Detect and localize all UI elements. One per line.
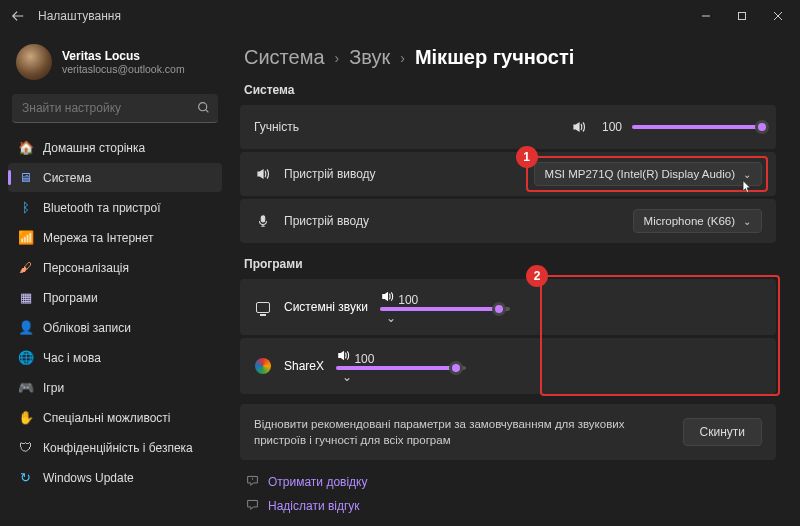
- app-volume-value: 100: [354, 352, 374, 366]
- nav-icon: 🖥: [18, 170, 33, 185]
- nav-label: Bluetooth та пристрої: [43, 201, 160, 215]
- breadcrumb-system[interactable]: Система: [244, 46, 325, 69]
- chevron-down-icon[interactable]: ⌄: [386, 311, 396, 325]
- nav-label: Мережа та Інтернет: [43, 231, 154, 245]
- input-label: Пристрій вводу: [284, 214, 369, 228]
- sidebar-item[interactable]: ↻Windows Update: [8, 463, 222, 492]
- feedback-link[interactable]: Надіслати відгук: [246, 498, 776, 514]
- sidebar-item[interactable]: 🏠Домашня сторінка: [8, 133, 222, 162]
- svg-rect-0: [739, 13, 746, 20]
- window-title: Налаштування: [38, 9, 121, 23]
- profile-name: Veritas Locus: [62, 49, 185, 63]
- nav-icon: 👤: [18, 320, 33, 335]
- help-link[interactable]: Отримати довідку: [246, 474, 776, 490]
- app-name: ShareX: [284, 359, 324, 373]
- input-device-row: Пристрій вводу Microphone (K66) ⌄: [240, 199, 776, 243]
- nav-icon: 🛡: [18, 440, 33, 455]
- app-name: Системні звуки: [284, 300, 368, 314]
- section-system-title: Система: [244, 83, 776, 97]
- nav-label: Програми: [43, 291, 98, 305]
- chevron-down-icon: ⌄: [743, 216, 751, 227]
- input-device-value: Microphone (K66): [644, 215, 735, 227]
- help-links: Отримати довідку Надіслати відгук: [240, 474, 776, 514]
- chevron-right-icon: ›: [335, 50, 340, 66]
- sidebar-item[interactable]: 🛡Конфіденційність і безпека: [8, 433, 222, 462]
- speaker-icon[interactable]: [336, 352, 354, 366]
- minimize-button[interactable]: [688, 2, 724, 30]
- app-volume-row: ShareX 100 ⌄: [240, 338, 776, 394]
- nav-label: Конфіденційність і безпека: [43, 441, 193, 455]
- microphone-icon: [254, 214, 272, 228]
- sidebar-item[interactable]: ᛒBluetooth та пристрої: [8, 193, 222, 222]
- back-button[interactable]: [4, 2, 32, 30]
- app-volume-row: Системні звуки 100 ⌄: [240, 279, 776, 335]
- avatar: [16, 44, 52, 80]
- svg-rect-2: [261, 216, 265, 222]
- chevron-down-icon: ⌄: [743, 169, 751, 180]
- output-device-dropdown[interactable]: MSI MP271Q (Intel(R) Display Audio) ⌄: [534, 162, 762, 186]
- output-device-row: Пристрій виводу MSI MP271Q (Intel(R) Dis…: [240, 152, 776, 196]
- speaker-icon[interactable]: [380, 293, 398, 307]
- sidebar-item[interactable]: 🖌Персоналізація: [8, 253, 222, 282]
- nav-label: Спеціальні можливості: [43, 411, 171, 425]
- sidebar-item[interactable]: 📶Мережа та Інтернет: [8, 223, 222, 252]
- search-input[interactable]: [12, 94, 218, 123]
- app-volume-value: 100: [398, 293, 418, 307]
- volume-row: Гучність 100: [240, 105, 776, 149]
- nav-label: Облікові записи: [43, 321, 131, 335]
- reset-button[interactable]: Скинути: [683, 418, 762, 446]
- sidebar-item[interactable]: 🖥Система: [8, 163, 222, 192]
- app-volume-slider[interactable]: [336, 366, 466, 370]
- breadcrumb-sound[interactable]: Звук: [349, 46, 390, 69]
- volume-value: 100: [598, 120, 622, 134]
- titlebar: Налаштування: [0, 0, 800, 32]
- help-icon: [246, 474, 260, 490]
- sidebar: Veritas Locus veritaslocus@outlook.com 🏠…: [0, 32, 230, 526]
- maximize-button[interactable]: [724, 2, 760, 30]
- svg-point-1: [199, 102, 207, 110]
- sidebar-item[interactable]: ▦Програми: [8, 283, 222, 312]
- profile[interactable]: Veritas Locus veritaslocus@outlook.com: [8, 38, 222, 94]
- speaker-icon: [254, 166, 272, 182]
- nav-icon: ✋: [18, 410, 33, 425]
- sidebar-item[interactable]: ✋Спеціальні можливості: [8, 403, 222, 432]
- nav-label: Windows Update: [43, 471, 134, 485]
- close-button[interactable]: [760, 2, 796, 30]
- sharex-icon: [255, 358, 271, 374]
- nav-icon: ▦: [18, 290, 33, 305]
- nav-icon: ᛒ: [18, 200, 33, 215]
- nav: 🏠Домашня сторінка🖥СистемаᛒBluetooth та п…: [8, 133, 222, 492]
- feedback-icon: [246, 498, 260, 514]
- search-icon: [197, 101, 210, 117]
- sidebar-item[interactable]: 🌐Час і мова: [8, 343, 222, 372]
- monitor-icon: [256, 302, 270, 313]
- chevron-down-icon[interactable]: ⌄: [342, 370, 352, 384]
- nav-icon: 🖌: [18, 260, 33, 275]
- apps-list: 2 Системні звуки 100 ⌄ ShareX 100 ⌄: [240, 279, 776, 394]
- volume-label: Гучність: [254, 120, 299, 134]
- sidebar-item[interactable]: 👤Облікові записи: [8, 313, 222, 342]
- chevron-right-icon: ›: [400, 50, 405, 66]
- speaker-icon[interactable]: [570, 119, 588, 135]
- section-apps-title: Програми: [244, 257, 776, 271]
- nav-icon: 🌐: [18, 350, 33, 365]
- output-label: Пристрій виводу: [284, 167, 376, 181]
- app-volume-slider[interactable]: [380, 307, 510, 311]
- profile-email: veritaslocus@outlook.com: [62, 63, 185, 75]
- reset-card: Відновити рекомендовані параметри за зам…: [240, 404, 776, 460]
- nav-label: Час і мова: [43, 351, 101, 365]
- input-device-dropdown[interactable]: Microphone (K66) ⌄: [633, 209, 762, 233]
- nav-label: Домашня сторінка: [43, 141, 145, 155]
- main-content: Система › Звук › Мікшер гучності Система…: [230, 32, 800, 526]
- nav-label: Персоналізація: [43, 261, 129, 275]
- nav-icon: 🎮: [18, 380, 33, 395]
- volume-slider[interactable]: [632, 125, 762, 129]
- breadcrumb: Система › Звук › Мікшер гучності: [244, 46, 776, 69]
- sidebar-item[interactable]: 🎮Ігри: [8, 373, 222, 402]
- output-device-value: MSI MP271Q (Intel(R) Display Audio): [545, 168, 735, 180]
- page-title: Мікшер гучності: [415, 46, 574, 69]
- nav-label: Система: [43, 171, 91, 185]
- search-box[interactable]: [12, 94, 218, 123]
- nav-icon: 📶: [18, 230, 33, 245]
- reset-text: Відновити рекомендовані параметри за зам…: [254, 416, 667, 448]
